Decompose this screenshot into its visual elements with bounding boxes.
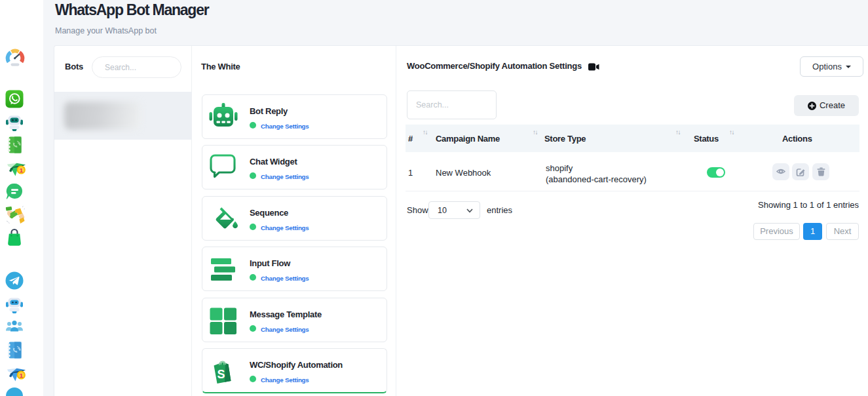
svg-text:1: 1 bbox=[20, 372, 24, 379]
svg-text:S: S bbox=[217, 368, 225, 381]
svg-text:1: 1 bbox=[20, 167, 24, 174]
